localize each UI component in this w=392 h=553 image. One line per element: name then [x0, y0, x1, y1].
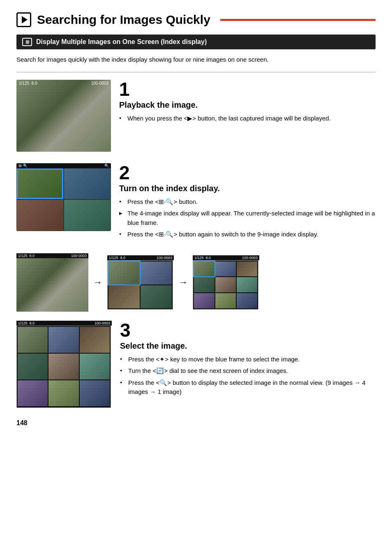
four-image-wrap: 1/125 8.0100-0003	[107, 255, 174, 310]
thumb-2	[141, 261, 172, 285]
step-1-bullet-1: When you press the <▶> button, the last …	[119, 114, 376, 123]
step-1-number: 1	[119, 80, 376, 99]
thumb9-9	[237, 293, 257, 308]
step-3-row: 1/125 8.0100-0003 3 Select the image. Pr…	[16, 321, 376, 408]
index-screen-demo: ⊞·🔍 🔍	[16, 163, 111, 231]
nine-img-bar: 1/125 8.0100-0003	[193, 255, 259, 260]
step-1-image: 1/125 8.0 100-0003	[16, 80, 111, 152]
step3-t1	[18, 327, 48, 353]
nine-image-wrap: 1/125 8.0100-0003	[193, 255, 259, 310]
step3-t7	[18, 380, 48, 406]
section-title: Display Multiple Images on One Screen (I…	[36, 38, 207, 46]
step-2-bullet-1: Press the <⊞·🔍> button.	[119, 197, 376, 207]
index-progression-row: 1/125 8.0100-0003 → 1/125 8.0100-0003 → …	[16, 253, 376, 312]
step-2-row: ⊞·🔍 🔍 2 Turn on the index display. Press…	[16, 163, 376, 242]
step-2-bullets: Press the <⊞·🔍> button. The 4-image inde…	[119, 197, 376, 239]
step-3-bullet-3: Press the <🔍> button to display the sele…	[120, 378, 376, 397]
step3-t4	[18, 354, 48, 379]
thumb9-1	[194, 261, 214, 277]
page-title-row: Searching for Images Quickly	[16, 12, 376, 27]
step-1-title: Playback the image.	[119, 100, 376, 110]
title-underline	[220, 19, 376, 21]
arrow-1: →	[93, 277, 102, 288]
thumb9-8	[215, 293, 236, 308]
step-3-bullet-2: Turn the <🔄> dial to see the next screen…	[120, 366, 376, 376]
step-1-content: 1 Playback the image. When you press the…	[119, 80, 376, 126]
step-2-content: 2 Turn on the index display. Press the <…	[119, 163, 376, 242]
single-image-wrap: 1/125 8.0100-0003	[16, 253, 88, 312]
step-3-title: Select the image.	[120, 341, 376, 351]
index-display-icon: ⊞	[22, 38, 32, 46]
divider	[16, 72, 376, 72]
step-2-number: 2	[119, 163, 376, 182]
step-1-bullets: When you press the <▶> button, the last …	[119, 114, 376, 123]
idx-bar: ⊞·🔍 🔍	[16, 163, 111, 168]
single-img	[16, 258, 88, 312]
section-header: ⊞ Display Multiple Images on One Screen …	[16, 35, 376, 49]
step-3-number: 3	[120, 321, 376, 340]
thumb-3	[108, 285, 140, 308]
thumb9-3	[237, 261, 257, 277]
idx-cell-2	[64, 169, 111, 199]
folder-label-1: 100-0003	[91, 81, 108, 86]
step3-bar: 1/125 8.0100-0003	[16, 321, 112, 326]
step3-t9	[80, 380, 110, 406]
page-number: 148	[16, 419, 376, 427]
step-3-bullet-1: Press the <✦> key to move the blue frame…	[120, 355, 376, 364]
step3-t2	[48, 327, 78, 353]
shutter-speed: 1/125 8.0	[19, 81, 37, 86]
intro-text: Search for images quickly with the index…	[16, 55, 376, 65]
step-3-bullets: Press the <✦> key to move the blue frame…	[120, 355, 376, 397]
step-2-bullet-3: Press the <⊞·🔍> button again to switch t…	[119, 230, 376, 239]
thumb9-2	[215, 261, 236, 277]
nine-image-grid	[193, 260, 258, 310]
arrow-2: →	[179, 277, 188, 288]
step-2-bullet-2: The 4-image index display will appear. T…	[119, 209, 376, 227]
step3-t5	[48, 354, 78, 379]
step-2-title: Turn on the index display.	[119, 184, 376, 193]
page-title: Searching for Images Quickly	[37, 13, 210, 27]
camera-screen-1: 1/125 8.0 100-0003	[16, 80, 111, 152]
thumb-1	[108, 261, 140, 285]
thumb9-7	[194, 293, 214, 308]
thumb-4	[141, 285, 172, 308]
step-1-row: 1/125 8.0 100-0003 1 Playback the image.…	[16, 80, 376, 152]
step-3-content: 3 Select the image. Press the <✦> key to…	[120, 321, 376, 399]
four-img-bar: 1/125 8.0100-0003	[107, 255, 174, 260]
step3-nine-grid	[16, 326, 111, 408]
single-img-bar: 1/125 8.0100-0003	[16, 253, 88, 258]
step-2-image: ⊞·🔍 🔍	[16, 163, 111, 231]
four-image-grid	[107, 260, 173, 310]
step3-t8	[48, 380, 78, 406]
idx-cell-4	[64, 200, 111, 231]
thumb9-6	[237, 277, 257, 292]
step3-t6	[80, 354, 110, 379]
play-icon	[16, 12, 31, 27]
step-3-image: 1/125 8.0100-0003	[16, 321, 112, 408]
idx-cell-3	[17, 200, 63, 231]
idx-cell-1	[17, 169, 63, 199]
step3-t3	[80, 327, 110, 353]
step3-grid-wrap: 1/125 8.0100-0003	[16, 321, 112, 408]
thumb9-4	[194, 277, 214, 292]
thumb9-5	[215, 277, 236, 292]
